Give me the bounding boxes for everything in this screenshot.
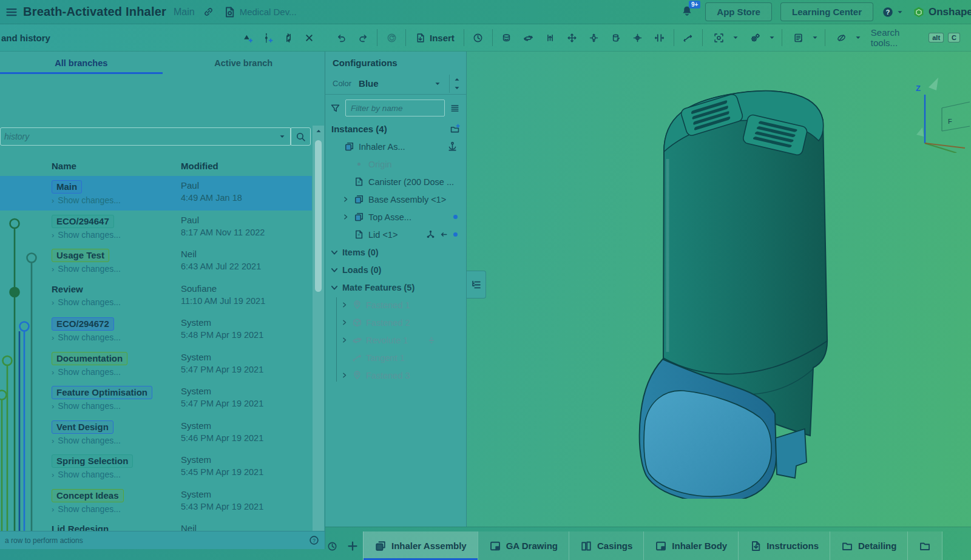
mate-tangent-button[interactable] [677,27,699,48]
doc-tab-inhaler-assembly[interactable]: Inhaler Assembly [363,531,478,560]
history-row[interactable]: ECO/294647›Show changes...Paul8:17 AM No… [0,211,312,245]
expand-chevron-icon[interactable] [340,319,348,326]
structure-panel-tab[interactable] [466,271,486,299]
section-view-button[interactable] [828,27,865,48]
collapse-chevron-icon[interactable] [330,248,339,257]
show-changes-link[interactable]: ›Show changes... [52,401,181,411]
close-panel-icon[interactable] [299,27,319,48]
mate-cylindrical-button[interactable] [605,27,627,48]
history-row[interactable]: Usage Test›Show changes...Neil6:43 AM Ju… [0,245,312,279]
expand-chevron-icon[interactable] [341,196,350,203]
redo-button[interactable] [352,27,374,48]
refresh-button[interactable] [381,27,402,48]
bom-table-button[interactable] [785,27,822,48]
learning-center-button[interactable]: Learning Center [780,2,873,21]
history-row[interactable]: Concept Ideas›Show changes...System5:43 … [0,485,312,519]
history-row[interactable]: Feature Optimisation›Show changes...Syst… [0,382,312,416]
show-changes-link[interactable]: ›Show changes... [52,195,181,205]
explode-view-tool[interactable] [708,27,730,48]
filter-funnel-icon[interactable] [330,103,340,113]
history-row[interactable]: Review›Show changes...Soufiane11:10 AM J… [0,279,312,314]
expand-chevron-icon[interactable] [340,372,348,379]
inhaler-model[interactable] [625,74,880,499]
filter-input[interactable] [345,100,445,116]
compare-icon[interactable] [278,27,299,48]
doc-tab-casings[interactable]: Casings [569,531,643,560]
show-changes-link[interactable]: ›Show changes... [52,297,181,307]
branch-name-badge[interactable]: Main [52,180,82,194]
add-tab-button[interactable] [342,532,363,560]
search-button[interactable] [290,127,311,146]
history-row[interactable]: Main›Show changes...Paul4:49 AM Jan 18 [0,176,312,211]
doc-tab-instructions[interactable]: Instructions [738,531,830,560]
mate-revolute-button[interactable] [518,27,540,48]
show-changes-link[interactable]: ›Show changes... [52,230,181,240]
history-row[interactable]: Documentation›Show changes...System5:47 … [0,348,312,382]
section-items-0[interactable]: Items (0) [325,243,466,261]
tab-all-branches[interactable]: All branches [0,52,163,74]
mate-pinslot-button[interactable] [627,27,649,48]
branch-name-badge[interactable]: Vent Design [52,420,113,434]
history-search-input[interactable] [0,127,291,146]
insert-button[interactable]: Insert [409,27,461,48]
tree-item-inhaler-as[interactable]: Inhaler As... [325,138,466,155]
bom-table-tool[interactable] [788,27,810,48]
mate-fastened-3[interactable]: Fastened 3 [336,366,466,384]
clock-button[interactable] [467,27,489,48]
stepper-down-icon[interactable] [453,84,461,92]
branch-name-badge[interactable]: Spring Selection [52,454,133,468]
branch-name-badge[interactable]: Documentation [52,352,127,365]
branch-name-badge[interactable]: ECO/294672 [52,317,114,331]
search-tools-field[interactable]: Search tools... alt C [865,24,966,52]
mate-parallel-button[interactable] [649,27,671,48]
mate-slider-button[interactable] [540,27,561,48]
color-dropdown-caret-icon[interactable] [433,79,442,88]
show-changes-link[interactable]: ›Show changes... [52,436,181,445]
doc-tab-ga-drawing[interactable]: GA Drawing [478,531,569,560]
collapse-chevron-icon[interactable] [330,266,339,274]
insert-instance-icon[interactable] [450,124,460,134]
branch-name-badge[interactable]: Feature Optimisation [52,386,152,399]
explode-view-button[interactable] [706,27,742,48]
mate-fastened-button[interactable] [496,27,518,48]
show-changes-link[interactable]: ›Show changes... [52,264,181,274]
section-loads-0[interactable]: Loads (0) [325,261,466,278]
tree-item-top-asse[interactable]: Top Asse... [325,208,466,226]
gears-button[interactable] [742,27,779,48]
notifications-button[interactable]: 9+ [681,5,693,19]
doc-tab-inhaler-body[interactable]: Inhaler Body [643,531,738,560]
help-circle-icon[interactable]: ? [309,535,319,545]
mate-fastened-2[interactable]: Fastened 2 [336,314,466,331]
tree-item-lid-1[interactable]: Lid <1> [325,226,466,243]
tree-item-base-assembly-1[interactable]: Base Assembly <1> [325,191,466,208]
show-changes-link[interactable]: ›Show changes... [52,504,181,514]
branch-name-badge[interactable]: Usage Test [52,249,109,262]
create-branch-icon[interactable] [257,27,278,48]
expand-chevron-icon[interactable] [341,214,350,220]
mate-revolute-1[interactable]: Revolute 1 [336,331,466,349]
section-view-tool[interactable] [831,27,853,48]
stepper-up-icon[interactable] [453,75,461,84]
tab-active-branch[interactable]: Active branch [163,52,325,74]
config-stepper[interactable] [449,75,464,93]
scroll-up-icon[interactable] [314,126,323,137]
app-store-button[interactable]: App Store [705,2,772,21]
show-changes-link[interactable]: ›Show changes... [52,367,181,377]
history-row[interactable]: Spring Selection›Show changes...System5:… [0,450,312,485]
show-changes-link[interactable]: ›Show changes... [52,470,181,479]
doc-tab-partial[interactable] [907,531,942,560]
menu-icon[interactable] [0,6,23,18]
history-row[interactable]: ECO/294672›Show changes...System5:48 PM … [0,313,312,348]
expand-chevron-icon[interactable] [340,337,348,343]
view-triad[interactable]: Z F [904,68,971,153]
tree-item-canister-200-dose[interactable]: Canister (200 Dose ... [325,173,466,191]
history-row[interactable]: Vent Design›Show changes...System5:46 PM… [0,416,312,451]
expand-chevron-icon[interactable] [340,302,348,308]
mate-planar-button[interactable] [561,27,583,48]
branch-name-badge[interactable]: Review [52,283,87,295]
document-tab-medical-dev[interactable]: Medical Dev... [223,6,297,18]
configuration-color-row[interactable]: Color Blue [325,73,466,95]
onshape-brand[interactable]: Onshape [913,6,971,18]
search-dropdown-caret-icon[interactable] [278,132,286,141]
mate-fastened-1[interactable]: Fastened 1 [336,296,466,314]
